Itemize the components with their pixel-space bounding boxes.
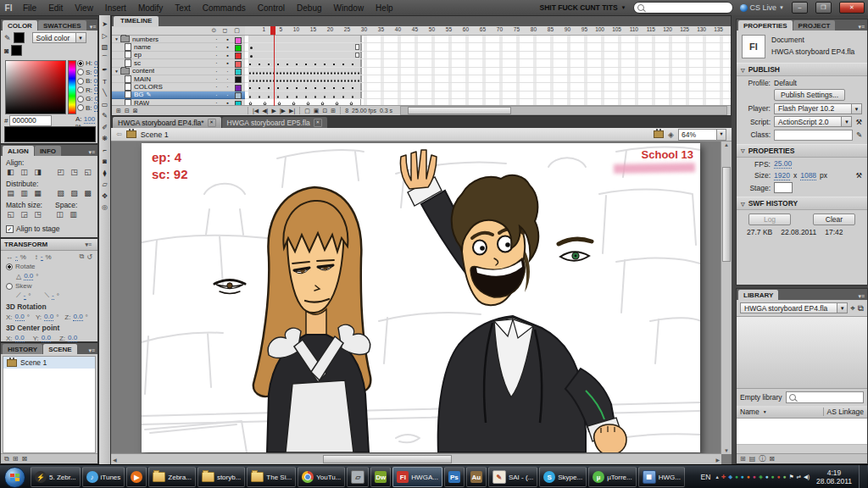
center3d-z[interactable]: 0.0	[68, 334, 77, 342]
radio-button[interactable]	[77, 86, 84, 93]
menu-item[interactable]: Help	[370, 1, 399, 15]
distribute-bottom-button[interactable]: ▦	[33, 189, 42, 197]
playhead-handle[interactable]	[270, 26, 275, 35]
channel-value[interactable]: 0	[94, 77, 97, 86]
workspace-switcher[interactable]: SHIT FUCK CUNT TITS ▼	[540, 3, 626, 12]
frames-area[interactable]: 1510152025303540455055606570758085909510…	[245, 26, 731, 106]
layer-visibility-toggle[interactable]	[212, 68, 221, 75]
frame-span[interactable]	[248, 59, 362, 66]
library-document-dropdown[interactable]: HWGA storyboard EP4.fla ▼	[740, 302, 848, 313]
selection-tool[interactable]: ➤	[99, 19, 110, 30]
onion-skin-button[interactable]: ⊡	[322, 108, 327, 114]
stage[interactable]: ep: 4 sc: 92 School 13	[142, 143, 700, 452]
layer-visibility-toggle[interactable]	[212, 59, 221, 67]
skew-row[interactable]: Skew	[1, 280, 97, 290]
layer-name[interactable]: BG	[134, 91, 144, 98]
tab-properties[interactable]: PROPERTIES	[738, 20, 793, 30]
color-picker-square[interactable]	[5, 60, 66, 114]
distribute-top-button[interactable]: ▤	[6, 189, 15, 197]
taskbar-clock[interactable]: 4:19 28.08.2011	[812, 469, 856, 485]
distribute-center-h-button[interactable]: ▨	[70, 189, 79, 197]
layer-name[interactable]: MAIN	[134, 75, 151, 83]
layer-button[interactable]: ⊞	[116, 108, 121, 114]
layer-row[interactable]: BG ✎	[112, 92, 245, 99]
tray-icon[interactable]: ●	[765, 474, 769, 480]
close-button[interactable]: ✕	[839, 2, 865, 14]
frame-row[interactable]	[245, 59, 731, 67]
duplicate-scene-button[interactable]: ⧉	[4, 455, 9, 463]
layer-visibility-toggle[interactable]	[212, 83, 221, 91]
class-edit-icon[interactable]: ✎	[856, 130, 862, 139]
onion-skin-button[interactable]: ▢	[304, 108, 310, 114]
layer-lock-toggle[interactable]	[223, 75, 232, 83]
layer-lock-toggle[interactable]	[223, 92, 232, 99]
layer-visibility-toggle[interactable]	[212, 52, 221, 59]
onion-skin-button[interactable]: ▣	[314, 108, 320, 114]
breadcrumb[interactable]: Scene 1	[141, 130, 169, 139]
chrome[interactable]: YouTu...	[298, 467, 345, 487]
rectangle-tool[interactable]: ▭	[99, 99, 110, 111]
log-button[interactable]: Log	[748, 214, 791, 225]
item-properties-button[interactable]: ⓘ	[759, 454, 765, 463]
space-horizontal-button[interactable]: ▥	[69, 210, 78, 219]
layer-row[interactable]: name ✎	[112, 43, 245, 51]
publish-section-header[interactable]: ▽PUBLISH	[737, 63, 867, 76]
color-value-row[interactable]: B: 0	[77, 104, 99, 112]
line-tool[interactable]: ╲	[99, 87, 110, 99]
tray-icon[interactable]: ●	[777, 474, 781, 480]
skew-y-value[interactable]: -	[52, 291, 54, 300]
center3d-y[interactable]: 0.0	[42, 334, 51, 342]
layer-visibility-toggle[interactable]	[212, 43, 221, 51]
new-symbol-button[interactable]: ⊞	[740, 455, 746, 463]
sort-icon[interactable]: ▼	[763, 409, 767, 414]
frame-row[interactable]	[245, 83, 731, 91]
timeline-scrollbar[interactable]	[400, 106, 727, 115]
menu-item[interactable]: Modify	[132, 1, 169, 15]
close-tab-icon[interactable]: ✕	[314, 119, 322, 127]
layer-outline-swatch[interactable]	[235, 53, 242, 59]
frame-span[interactable]	[248, 92, 362, 98]
menu-item[interactable]: Insert	[99, 1, 132, 15]
pencil-tool[interactable]: ✎	[99, 110, 110, 122]
winamp[interactable]: ⚡ 5. Zebr...	[31, 467, 81, 487]
alpha-value[interactable]: 100	[84, 115, 95, 124]
folder[interactable]: Zebra...	[148, 467, 196, 487]
menu-item[interactable]: View	[69, 1, 99, 15]
tray-icon[interactable]: ●	[735, 474, 738, 480]
panel-menu-icon[interactable]: ▾≡	[87, 24, 99, 30]
frame-span[interactable]	[248, 52, 362, 58]
menu-item[interactable]: File	[17, 1, 42, 15]
layer-row[interactable]: ep ✎	[112, 52, 245, 59]
distribute-left-button[interactable]: ▧	[56, 189, 65, 197]
skew-radio[interactable]	[6, 283, 13, 290]
channel-value[interactable]: 0	[94, 103, 97, 112]
scroll-up-icon[interactable]: ▲	[724, 142, 729, 147]
frame-row[interactable]	[245, 36, 731, 43]
space-vertical-button[interactable]: ◫	[55, 210, 64, 219]
layer-row[interactable]: MAIN ✎	[112, 75, 245, 83]
folder[interactable]: The Si...	[247, 467, 296, 487]
tray-icon[interactable]: ⚑	[789, 474, 794, 480]
script-settings-icon[interactable]: ⚒	[855, 118, 862, 126]
color-type-dropdown[interactable]: Solid color ▼	[32, 32, 86, 43]
delete-scene-button[interactable]: ⊠	[21, 455, 27, 463]
color-value-row[interactable]: G: 0	[77, 95, 99, 103]
scroll-left-icon[interactable]: ◀	[113, 457, 117, 463]
stage-width-value[interactable]: 1920	[774, 171, 790, 180]
tab-info[interactable]: INFO	[35, 146, 61, 156]
edit-symbol-icon[interactable]: ◈	[668, 130, 674, 139]
layer-outline-swatch[interactable]	[235, 76, 242, 83]
rot3d-z[interactable]: 0.0	[73, 313, 82, 321]
tab-swatches[interactable]: SWATCHES	[38, 20, 86, 30]
flash[interactable]: Fl HWGA...	[392, 467, 442, 487]
tablet[interactable]: ▱	[347, 467, 369, 487]
layer-lock-toggle[interactable]	[223, 43, 232, 51]
frame-row[interactable]	[245, 92, 731, 99]
tab-color[interactable]: COLOR	[3, 20, 37, 30]
skype[interactable]: S Skype...	[539, 467, 587, 487]
free-transform-tool[interactable]: ▧	[99, 42, 110, 53]
center3d-x[interactable]: 0.0	[15, 334, 25, 342]
tray-icon[interactable]: ◈	[759, 474, 763, 480]
fill-color-chip[interactable]	[11, 45, 22, 56]
radio-button[interactable]	[77, 69, 84, 75]
